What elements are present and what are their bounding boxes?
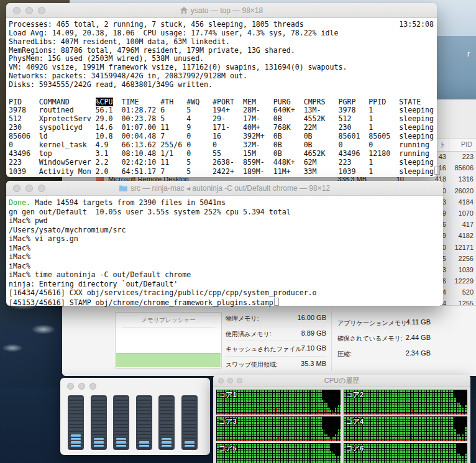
terminal-line: Disks: 5934555/242G read, 4683801/349G w… [9,81,437,89]
stat-label: キャッシュされたファイル: [226,345,304,354]
terminal-cursor [434,167,440,175]
minimize-button[interactable] [25,185,33,192]
process-line: 0 kernel_task 4.9 66:13.62 255/6 0 0 32M… [9,141,437,150]
titlebar[interactable]: src — ninja-mac ◂ autoninja -C out/Defau… [6,181,443,196]
close-button[interactable] [67,383,74,390]
cpu-core-meter [68,395,84,450]
cpu-core-meter [181,395,198,450]
pid-column-header[interactable]: PID [461,140,472,148]
cpu-core-history-panel: コア2 [344,390,468,415]
core-label: コア6 [346,444,364,453]
terminal-line: VM: 4092G vsize, 1991M framework vsize, … [9,63,437,72]
folder-icon [119,185,127,191]
cpu-core-meter [158,395,175,450]
terminal-line: iMac% [9,262,443,271]
memory-stat-row: スワップ使用領域: 35.3 MB [226,357,326,372]
terminal-window-top: ysato — top — 98×18 Processes: 465 total… [6,3,437,177]
terminal-line: iMac% time autoninja -C out/Default chro… [9,270,443,280]
cpu-core-history-panel: コア6 [344,443,468,463]
stat-value: 35.3 MB [301,360,326,367]
minimize-button[interactable] [227,378,233,383]
pid-value: 2256 [459,255,474,262]
divider [122,328,215,328]
stat-value: 2.34 GB [406,349,431,357]
titlebar[interactable]: CPUの履歴 [213,375,470,387]
memory-pressure-label: メモリプレッシャー [116,316,221,324]
stat-label: 圧縮: [337,350,352,359]
thread-count: 43 [439,153,446,160]
zoom-button[interactable] [237,378,242,383]
process-line: 3978 routined 56.1 01:28.72 6 5 194+ 28M… [9,106,437,115]
zoom-button[interactable] [38,7,45,14]
pid-value: 12171 [454,244,474,251]
cpu-core-meter [91,395,107,450]
terminal-line: gn gen out/Default 10.05s user 3.55s sys… [9,208,443,217]
close-button[interactable] [13,7,21,14]
terminal-content[interactable]: Processes: 465 total, 2 running, 7 stuck… [6,18,437,176]
core-label: コア1 [219,390,237,400]
window-title: src — ninja-mac ◂ autoninja -C out/Defau… [119,184,330,193]
stat-value: 7.10 GB [301,344,326,352]
desktop: r ト PID 43 223 16 85606 418 [0,0,476,463]
close-button[interactable] [218,378,224,383]
minimize-button[interactable] [78,383,85,390]
stat-label: アプリケーションメモリ: [337,319,409,328]
home-icon [180,7,188,14]
pid-value: 1039 [459,266,474,273]
core-label: コア2 [346,390,364,400]
terminal-content[interactable]: Done. Made 14594 targets from 2390 files… [6,196,443,307]
terminal-line [9,89,437,98]
terminal-line: Processes: 465 total, 2 running, 7 stuck… [9,21,437,29]
sort-column-cpu: %CPU [96,98,113,106]
stat-label: 確保されているメモリ: [337,334,403,343]
memory-pressure-fill [116,353,221,367]
cpu-core-meter [136,395,152,450]
cpu-core-history-panel: コア5 [216,443,341,463]
memory-stat-row: 使用済みメモリ: 8.89 GB [226,326,326,342]
core-label: コア5 [219,444,237,453]
memory-stats-right-list: アプリケーションメモリ: 4.11 GB 確保されているメモリ: 2.44 GB… [337,316,431,362]
terminal-line: [16434/45616] CXX obj/services/tracing/p… [9,288,443,298]
titlebar[interactable]: ysato — top — 98×18 [6,3,437,18]
core-label: コア4 [346,417,364,426]
process-line: 512 XprotectServ 29.0 00:23.78 5 4 29- 1… [9,115,437,124]
column-separator [449,139,449,151]
stat-label: 物理メモリ: [226,314,259,323]
cpu-core-history-panel: コア4 [344,416,468,441]
terminal-line: iMac% [9,244,443,253]
cpu-core-history-panel: コア3 [216,416,341,441]
memory-stat-row: アプリケーションメモリ: 4.11 GB [337,316,431,331]
zoom-button[interactable] [89,383,96,390]
cpu-usage-window [60,378,210,455]
terminal-line: PhysMem: 15G used (2503M wired), 538M un… [9,55,437,63]
terminal-line: iMac% pwd [9,216,443,226]
terminal-line: Networks: packets: 34159948/42G in, 2083… [9,72,437,81]
stat-value: 8.89 GB [301,329,326,337]
zoom-button[interactable] [38,185,45,192]
terminal-line: /Users/ysato/mychromium/src [9,226,443,235]
process-line: 85606 ld 10.8 00:04.48 7 0 16 392M+ 0B 0… [9,132,437,141]
top-table-header: PID COMMAND %CPU TIME #TH #WQ #PORT MEM … [9,98,437,107]
stat-label: 使用済みメモリ: [226,330,272,339]
threads-column-header[interactable]: ト [439,140,446,150]
desktop-icon-label-fragment: r [467,50,470,58]
terminal-window-build: src — ninja-mac ◂ autoninja -C out/Defau… [6,181,443,306]
terminal-line: iMac% vi args.gn [9,234,443,244]
memory-stat-row: キャッシュされたファイル: 7.10 GB [226,341,326,357]
memory-stat-row: 圧縮: 2.34 GB [337,347,431,362]
close-button[interactable] [13,185,21,192]
terminal-line: [45153/45616] STAMP obj/chrome/chrome_fr… [9,298,443,308]
stat-value: 2.44 GB [406,334,431,341]
pid-value: 12229 [454,277,474,285]
minimize-button[interactable] [25,7,33,14]
cpu-core-meters [68,395,198,450]
terminal-line: ninja: Entering directory `out/Default' [9,280,443,289]
core-label: コア3 [219,417,237,426]
pid-value: 417 [462,221,474,228]
terminal-line: iMac% [9,252,443,262]
process-line: 1039 Activity Mon 2.0 64:51.17 7 5 2422+… [9,167,437,176]
memory-pressure-graph: メモリプレッシャー [115,312,222,369]
window-title: CPUの履歴 [324,377,359,384]
cpu-core-history-panel: コア1 [216,390,341,415]
stat-value: 4.11 GB [406,318,431,326]
